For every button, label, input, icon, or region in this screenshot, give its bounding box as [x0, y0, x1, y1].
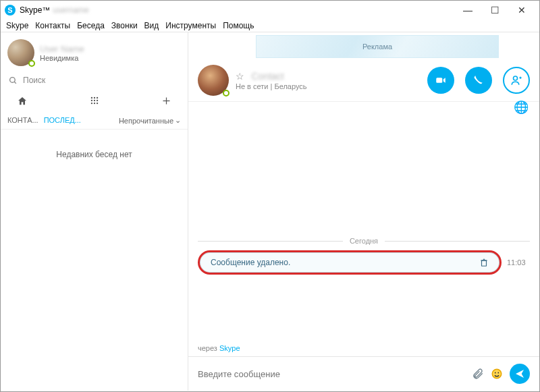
svg-point-6 [93, 100, 94, 101]
menu-help[interactable]: Помощь [223, 21, 254, 30]
svg-point-3 [93, 97, 94, 99]
sidebar-empty-text: Недавних бесед нет [1, 130, 188, 179]
titlebar: S Skype™ username — ☐ ✕ [1, 1, 539, 20]
minimize-button[interactable]: — [454, 1, 481, 20]
composer [188, 356, 539, 391]
svg-rect-13 [436, 78, 442, 83]
via-skype-link[interactable]: Skype [219, 344, 240, 352]
contact-name: Contact [251, 71, 284, 82]
svg-point-20 [492, 369, 502, 379]
favorite-star-icon[interactable]: ☆ [236, 71, 244, 82]
search-bar[interactable]: Поиск [1, 70, 188, 90]
new-chat-icon[interactable] [158, 96, 174, 107]
maximize-button[interactable]: ☐ [481, 1, 508, 20]
tab-recent[interactable]: ПОСЛЕД... [44, 116, 81, 125]
chat-body: Сегодня Сообщение удалено. 11:03 через S… [188, 102, 539, 356]
menu-conversation[interactable]: Беседа [77, 21, 105, 30]
svg-point-9 [93, 103, 94, 104]
presence-invisible-icon [28, 60, 35, 67]
day-label: Сегодня [350, 237, 378, 245]
deleted-message-text: Сообщение удалено. [211, 258, 290, 267]
self-avatar [7, 39, 34, 66]
presence-offline-icon [223, 90, 230, 96]
svg-point-14 [514, 76, 518, 80]
emoji-icon[interactable] [491, 368, 503, 380]
menu-tools[interactable]: Инструменты [165, 21, 216, 30]
close-button[interactable]: ✕ [508, 1, 535, 20]
day-separator: Сегодня [188, 237, 539, 245]
menubar: Skype Контакты Беседа Звонки Вид Инструм… [1, 20, 539, 32]
message-row: Сообщение удалено. 11:03 [198, 250, 530, 275]
contact-header: ☆ Contact Не в сети | Беларусь [188, 58, 539, 102]
ad-banner[interactable]: Реклама [256, 35, 499, 58]
trash-icon [479, 258, 489, 267]
svg-point-0 [10, 77, 16, 82]
svg-point-22 [497, 372, 499, 374]
svg-point-10 [96, 103, 97, 104]
menu-skype[interactable]: Skype [6, 21, 28, 30]
audio-call-button[interactable] [465, 67, 492, 94]
video-call-button[interactable] [427, 67, 454, 94]
svg-point-4 [96, 97, 97, 99]
contact-avatar[interactable] [198, 65, 229, 96]
via-text: через Skype [198, 344, 240, 352]
tab-unread[interactable]: Непрочитанные ⌄ [119, 116, 181, 125]
search-placeholder: Поиск [23, 76, 45, 85]
menu-contacts[interactable]: Контакты [35, 21, 70, 30]
profile[interactable]: User Name Невидимка [1, 32, 188, 70]
main: User Name Невидимка Поиск КОНТА... ПОСЛЕ… [1, 32, 539, 391]
message-time: 11:03 [507, 258, 530, 267]
svg-point-8 [90, 103, 92, 104]
self-name: User Name [40, 44, 84, 54]
svg-line-1 [14, 82, 16, 84]
menu-calls[interactable]: Звонки [111, 21, 138, 30]
menu-view[interactable]: Вид [144, 21, 159, 30]
self-status[interactable]: Невидимка [40, 54, 84, 62]
svg-point-2 [90, 97, 92, 99]
tab-unread-label: Непрочитанные [119, 117, 173, 125]
tab-contacts[interactable]: КОНТА... [7, 116, 38, 125]
sidebar: User Name Невидимка Поиск КОНТА... ПОСЛЕ… [1, 32, 188, 391]
svg-point-7 [96, 100, 97, 101]
sidebar-iconrow [1, 90, 188, 112]
search-icon [9, 76, 18, 85]
send-button[interactable] [510, 364, 530, 384]
contact-status-line: Не в сети | Беларусь [236, 82, 416, 90]
skype-logo-icon: S [5, 5, 16, 16]
deleted-message-bubble[interactable]: Сообщение удалено. [198, 250, 502, 275]
svg-point-5 [90, 100, 92, 101]
message-input[interactable] [198, 369, 465, 379]
content: Реклама ☆ Contact Не в сети | Беларусь [188, 32, 539, 391]
home-icon[interactable] [14, 96, 30, 107]
dialpad-icon[interactable] [86, 96, 103, 107]
window-username: username [53, 5, 88, 15]
svg-point-21 [495, 372, 496, 374]
add-contact-button[interactable] [503, 67, 530, 94]
svg-rect-17 [482, 260, 487, 266]
attach-icon[interactable] [472, 368, 484, 380]
app-title: Skype™ [20, 5, 50, 15]
sidebar-tabs: КОНТА... ПОСЛЕД... Непрочитанные ⌄ [1, 112, 188, 130]
chevron-down-icon: ⌄ [175, 116, 181, 125]
